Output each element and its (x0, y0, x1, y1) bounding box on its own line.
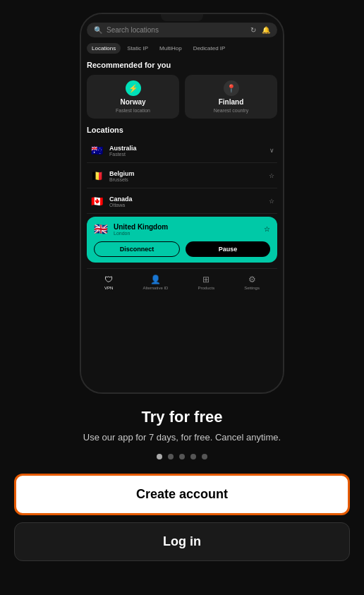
nav-alt-id[interactable]: 👤 Alternative ID (142, 275, 168, 290)
australia-name: Australia (109, 145, 264, 152)
canada-flag: 🇨🇦 (90, 194, 104, 208)
nav-alt-id-label: Alternative ID (142, 286, 168, 290)
pagination-dots (157, 454, 207, 459)
australia-info: Australia Fastest (109, 145, 264, 157)
disconnect-button[interactable]: Disconnect (94, 241, 180, 257)
canada-name: Canada (109, 196, 263, 203)
vpn-icon: 🛡 (104, 275, 113, 284)
tab-multihop[interactable]: MultiHop (154, 43, 187, 54)
australia-flag: 🇦🇺 (90, 143, 104, 157)
main-content: Try for free Use our app for 7 days, for… (0, 394, 364, 595)
norway-name: Norway (120, 98, 145, 106)
belgium-sub: Brussels (109, 177, 263, 182)
connected-city: London (114, 231, 258, 236)
settings-icon: ⚙ (248, 275, 256, 284)
create-account-button[interactable]: Create account (14, 474, 350, 515)
nav-settings[interactable]: ⚙ Settings (244, 275, 260, 290)
nav-products[interactable]: ⊞ Products (198, 275, 215, 290)
pause-button[interactable]: Pause (186, 241, 270, 257)
nav-vpn-label: VPN (104, 286, 113, 290)
rec-card-norway[interactable]: ⚡ Norway Fastest location (87, 75, 179, 119)
nav-settings-label: Settings (244, 286, 260, 290)
connected-header: 🇬🇧 United Kingdom London ☆ (94, 222, 270, 236)
phone-screen: 🔍 Search locations ↻ 🔔 Locations Static … (81, 14, 283, 392)
location-item-australia[interactable]: 🇦🇺 Australia Fastest ∨ (87, 138, 277, 163)
finland-name: Finland (219, 98, 244, 106)
uk-star-icon[interactable]: ☆ (264, 225, 270, 233)
tab-bar: Locations Static IP MultiHop Dedicated I… (87, 43, 277, 54)
alternative-id-icon: 👤 (150, 275, 161, 284)
location-item-canada[interactable]: 🇨🇦 Canada Ottawa ☆ (87, 189, 277, 214)
tab-static-ip[interactable]: Static IP (122, 43, 153, 54)
location-list: 🇦🇺 Australia Fastest ∨ 🇧🇪 Belgium Brusse… (87, 138, 277, 214)
finland-icon: 📍 (224, 80, 239, 96)
recommended-title: Recommended for you (87, 61, 277, 69)
canada-star-icon[interactable]: ☆ (269, 198, 274, 205)
try-title: Try for free (142, 408, 223, 426)
recommended-cards: ⚡ Norway Fastest location 📍 Finland Near… (87, 75, 277, 119)
finland-sub: Nearest country (214, 108, 248, 113)
chevron-down-icon: ∨ (269, 147, 274, 154)
bottom-nav: 🛡 VPN 👤 Alternative ID ⊞ Products ⚙ Sett… (87, 268, 277, 293)
belgium-star-icon[interactable]: ☆ (269, 172, 274, 179)
uk-flag: 🇬🇧 (94, 222, 108, 236)
refresh-icon[interactable]: ↻ (250, 26, 256, 34)
connected-info: United Kingdom London (114, 223, 258, 236)
rec-card-finland[interactable]: 📍 Finland Nearest country (185, 75, 277, 119)
connected-buttons: Disconnect Pause (94, 241, 270, 257)
canada-info: Canada Ottawa (109, 196, 263, 208)
norway-sub: Fastest location (116, 108, 150, 113)
norway-icon: ⚡ (126, 80, 141, 96)
phone-notch (161, 14, 203, 21)
locations-section-title: Locations (87, 126, 277, 134)
dot-5 (202, 454, 207, 459)
search-actions: ↻ 🔔 (250, 26, 270, 34)
products-icon: ⊞ (202, 275, 210, 284)
canada-sub: Ottawa (109, 203, 263, 208)
australia-sub: Fastest (109, 152, 264, 157)
dot-3 (179, 454, 185, 459)
phone-mockup: 🔍 Search locations ↻ 🔔 Locations Static … (80, 13, 284, 394)
nav-vpn[interactable]: 🛡 VPN (104, 275, 113, 290)
dot-2 (168, 454, 174, 459)
dot-4 (190, 454, 196, 459)
dot-1 (157, 454, 162, 459)
login-button[interactable]: Log in (14, 522, 350, 561)
belgium-flag: 🇧🇪 (90, 169, 104, 183)
connected-country: United Kingdom (114, 223, 258, 231)
try-subtitle: Use our app for 7 days, for free. Cancel… (83, 432, 281, 443)
tab-locations[interactable]: Locations (87, 43, 121, 54)
connected-card: 🇬🇧 United Kingdom London ☆ Disconnect Pa… (87, 217, 277, 263)
tab-dedicated-ip[interactable]: Dedicated IP (188, 43, 231, 54)
belgium-name: Belgium (109, 170, 263, 177)
location-item-belgium[interactable]: 🇧🇪 Belgium Brussels ☆ (87, 164, 277, 188)
search-icon: 🔍 (94, 26, 102, 34)
bell-icon[interactable]: 🔔 (262, 26, 270, 34)
nav-products-label: Products (198, 286, 215, 290)
search-placeholder: Search locations (107, 26, 246, 34)
search-bar: 🔍 Search locations ↻ 🔔 (87, 23, 277, 37)
belgium-info: Belgium Brussels (109, 170, 263, 182)
